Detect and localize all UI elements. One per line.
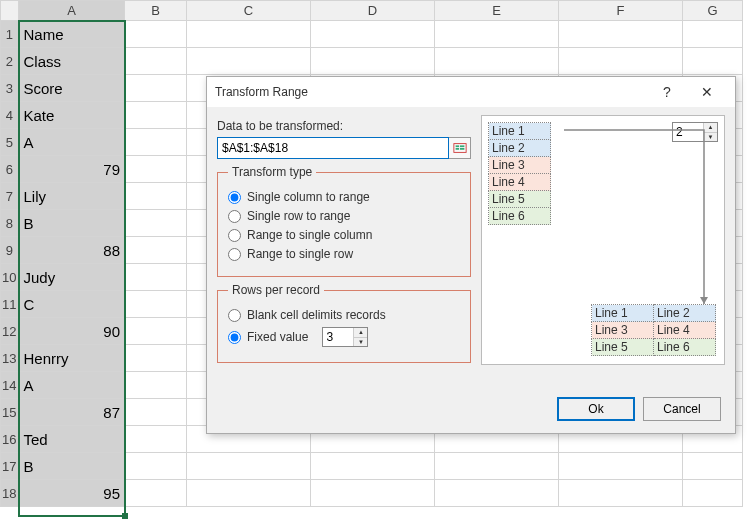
cell-a7[interactable]: Lily [19, 183, 125, 210]
cell-b7[interactable] [125, 183, 187, 210]
spin-up-icon[interactable]: ▲ [703, 123, 717, 133]
row-header-2[interactable]: 2 [1, 48, 19, 75]
cell-c2[interactable] [187, 48, 311, 75]
cell-a3[interactable]: Score [19, 75, 125, 102]
cell-b18[interactable] [125, 480, 187, 507]
radio-col-to-range-input[interactable] [228, 191, 241, 204]
cell-f18[interactable] [559, 480, 683, 507]
spin-up-icon[interactable]: ▲ [353, 328, 367, 338]
cell-a9[interactable]: 88 [19, 237, 125, 264]
col-header-f[interactable]: F [559, 1, 683, 21]
radio-blank-delimits-input[interactable] [228, 309, 241, 322]
radio-row-to-range[interactable]: Single row to range [228, 209, 460, 223]
row-header-3[interactable]: 3 [1, 75, 19, 102]
cell-b16[interactable] [125, 426, 187, 453]
row-header-7[interactable]: 7 [1, 183, 19, 210]
cell-b4[interactable] [125, 102, 187, 129]
radio-row-to-range-input[interactable] [228, 210, 241, 223]
fixed-value-input[interactable] [323, 328, 353, 346]
cell-b2[interactable] [125, 48, 187, 75]
cell-f2[interactable] [559, 48, 683, 75]
cell-d1[interactable] [311, 21, 435, 48]
cell-f17[interactable] [559, 453, 683, 480]
cell-a14[interactable]: A [19, 372, 125, 399]
cell-g17[interactable] [683, 453, 743, 480]
cell-d18[interactable] [311, 480, 435, 507]
radio-range-to-col-input[interactable] [228, 229, 241, 242]
close-icon[interactable]: ✕ [687, 84, 727, 100]
cell-c1[interactable] [187, 21, 311, 48]
cell-b14[interactable] [125, 372, 187, 399]
select-all-cell[interactable] [1, 1, 19, 21]
cell-b17[interactable] [125, 453, 187, 480]
col-header-a[interactable]: A [19, 1, 125, 21]
cell-g2[interactable] [683, 48, 743, 75]
col-header-c[interactable]: C [187, 1, 311, 21]
cell-b15[interactable] [125, 399, 187, 426]
cell-a18[interactable]: 95 [19, 480, 125, 507]
col-header-g[interactable]: G [683, 1, 743, 21]
spin-down-icon[interactable]: ▼ [353, 338, 367, 347]
cell-a11[interactable]: C [19, 291, 125, 318]
row-header-16[interactable]: 16 [1, 426, 19, 453]
row-header-5[interactable]: 5 [1, 129, 19, 156]
row-header-12[interactable]: 12 [1, 318, 19, 345]
preview-columns-input[interactable] [673, 123, 703, 141]
cancel-button[interactable]: Cancel [643, 397, 721, 421]
radio-range-to-col[interactable]: Range to single column [228, 228, 460, 242]
row-header-10[interactable]: 10 [1, 264, 19, 291]
cell-b11[interactable] [125, 291, 187, 318]
cell-d2[interactable] [311, 48, 435, 75]
cell-b12[interactable] [125, 318, 187, 345]
cell-a12[interactable]: 90 [19, 318, 125, 345]
row-header-11[interactable]: 11 [1, 291, 19, 318]
cell-d17[interactable] [311, 453, 435, 480]
spin-down-icon[interactable]: ▼ [703, 133, 717, 142]
cell-f1[interactable] [559, 21, 683, 48]
cell-a2[interactable]: Class [19, 48, 125, 75]
range-input[interactable] [217, 137, 449, 159]
row-header-13[interactable]: 13 [1, 345, 19, 372]
cell-b10[interactable] [125, 264, 187, 291]
range-picker-button[interactable] [449, 137, 471, 159]
cell-e17[interactable] [435, 453, 559, 480]
col-header-d[interactable]: D [311, 1, 435, 21]
cell-a1[interactable]: Name [19, 21, 125, 48]
row-header-18[interactable]: 18 [1, 480, 19, 507]
radio-blank-delimits[interactable]: Blank cell delimits records [228, 308, 460, 322]
radio-fixed-value-input[interactable] [228, 331, 241, 344]
cell-a5[interactable]: A [19, 129, 125, 156]
row-header-15[interactable]: 15 [1, 399, 19, 426]
col-header-b[interactable]: B [125, 1, 187, 21]
radio-range-to-row-input[interactable] [228, 248, 241, 261]
cell-b6[interactable] [125, 156, 187, 183]
row-header-17[interactable]: 17 [1, 453, 19, 480]
cell-a8[interactable]: B [19, 210, 125, 237]
radio-range-to-row[interactable]: Range to single row [228, 247, 460, 261]
cell-b8[interactable] [125, 210, 187, 237]
row-header-8[interactable]: 8 [1, 210, 19, 237]
cell-e18[interactable] [435, 480, 559, 507]
dialog-titlebar[interactable]: Transform Range ? ✕ [207, 77, 735, 107]
fixed-value-spinbox[interactable]: ▲ ▼ [322, 327, 368, 347]
row-header-6[interactable]: 6 [1, 156, 19, 183]
cell-a4[interactable]: Kate [19, 102, 125, 129]
row-header-9[interactable]: 9 [1, 237, 19, 264]
cell-c18[interactable] [187, 480, 311, 507]
cell-b5[interactable] [125, 129, 187, 156]
preview-columns-spinbox[interactable]: ▲ ▼ [672, 122, 718, 142]
cell-b3[interactable] [125, 75, 187, 102]
cell-b1[interactable] [125, 21, 187, 48]
cell-a10[interactable]: Judy [19, 264, 125, 291]
cell-g18[interactable] [683, 480, 743, 507]
cell-b9[interactable] [125, 237, 187, 264]
radio-fixed-value[interactable]: Fixed value [228, 330, 308, 344]
cell-c17[interactable] [187, 453, 311, 480]
cell-g1[interactable] [683, 21, 743, 48]
row-header-14[interactable]: 14 [1, 372, 19, 399]
help-icon[interactable]: ? [647, 84, 687, 100]
row-header-1[interactable]: 1 [1, 21, 19, 48]
row-header-4[interactable]: 4 [1, 102, 19, 129]
cell-a16[interactable]: Ted [19, 426, 125, 453]
cell-a17[interactable]: B [19, 453, 125, 480]
